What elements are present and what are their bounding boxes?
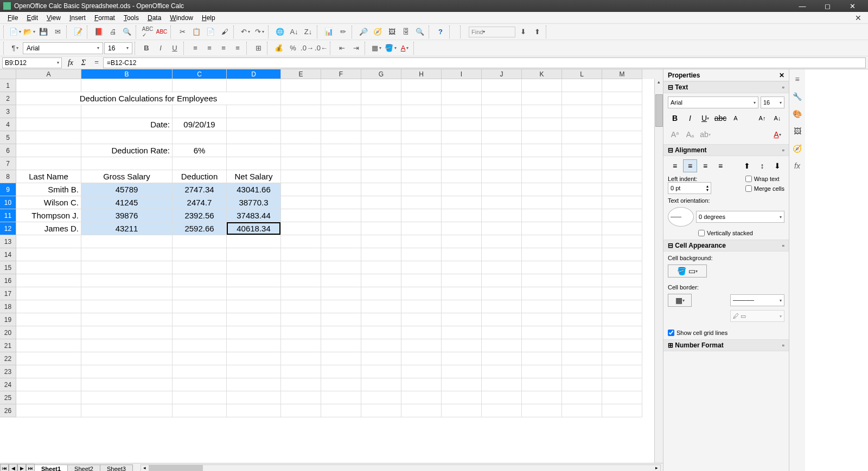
cell-L13[interactable] xyxy=(562,235,602,248)
cell-H19[interactable] xyxy=(401,313,442,326)
cell-E21[interactable] xyxy=(281,339,321,352)
row-header-19[interactable]: 19 xyxy=(0,313,16,326)
cell-G10[interactable] xyxy=(361,196,401,209)
cell-M26[interactable] xyxy=(602,404,642,417)
cell-L18[interactable] xyxy=(562,300,602,313)
row-header-4[interactable]: 4 xyxy=(0,118,16,131)
cell-G6[interactable] xyxy=(361,144,401,157)
cell-H6[interactable] xyxy=(401,144,442,157)
sidebar-indent-spin[interactable]: 0 pt▴▾ xyxy=(668,182,711,194)
row-header-12[interactable]: 12 xyxy=(0,222,16,235)
cell-C1[interactable] xyxy=(173,79,227,92)
bold-button[interactable]: B xyxy=(140,42,153,55)
borders-button[interactable]: ▦ xyxy=(370,42,383,55)
cell-L17[interactable] xyxy=(562,287,602,300)
column-header-L[interactable]: L xyxy=(562,69,602,79)
cell-D9[interactable]: 43041.66 xyxy=(227,183,281,196)
cell-J20[interactable] xyxy=(482,326,522,339)
cell-G25[interactable] xyxy=(361,391,401,404)
cell-B5[interactable] xyxy=(81,131,173,144)
sidebar-valign-top-button[interactable]: ⬆ xyxy=(740,159,754,172)
cell-D23[interactable] xyxy=(227,365,281,378)
cell-E14[interactable] xyxy=(281,248,321,261)
cell-H13[interactable] xyxy=(401,235,442,248)
cell-bg-button[interactable]: 🪣 ▭ ▾ xyxy=(668,264,707,278)
formula-input[interactable]: =B12-C12 xyxy=(103,57,866,68)
row-header-23[interactable]: 23 xyxy=(0,365,16,378)
cell-G8[interactable] xyxy=(361,170,401,183)
cell-K25[interactable] xyxy=(522,391,562,404)
row-header-9[interactable]: 9 xyxy=(0,183,16,196)
cell-F24[interactable] xyxy=(321,378,361,391)
cell-I3[interactable] xyxy=(442,105,482,118)
cell-K4[interactable] xyxy=(522,118,562,131)
cell-L3[interactable] xyxy=(562,105,602,118)
column-header-B[interactable]: B xyxy=(81,69,173,79)
cell-I24[interactable] xyxy=(442,378,482,391)
cell-J16[interactable] xyxy=(482,274,522,287)
cell-M10[interactable] xyxy=(602,196,642,209)
cell-M18[interactable] xyxy=(602,300,642,313)
cell-C4[interactable]: 09/20/19 xyxy=(173,118,227,131)
cell-I4[interactable] xyxy=(442,118,482,131)
cell-H12[interactable] xyxy=(401,222,442,235)
cell-H7[interactable] xyxy=(401,157,442,170)
cell-D25[interactable] xyxy=(227,391,281,404)
tab-prev-button[interactable]: ◀ xyxy=(9,464,17,472)
format-paintbrush-button[interactable]: 🖌 xyxy=(218,25,231,38)
vertical-stack-checkbox[interactable] xyxy=(698,230,705,236)
minimize-button[interactable]: — xyxy=(790,0,815,12)
align-justify-button[interactable]: ≡ xyxy=(231,42,244,55)
more-options-icon[interactable]: ▫ xyxy=(782,341,784,349)
cell-K1[interactable] xyxy=(522,79,562,92)
cell-A20[interactable] xyxy=(16,326,81,339)
cell-I13[interactable] xyxy=(442,235,482,248)
row-header-7[interactable]: 7 xyxy=(0,157,16,170)
cell-K9[interactable] xyxy=(522,183,562,196)
cell-K15[interactable] xyxy=(522,261,562,274)
cell-M25[interactable] xyxy=(602,391,642,404)
cell-B18[interactable] xyxy=(81,300,173,313)
more-options-icon[interactable]: ▫ xyxy=(782,83,784,91)
cell-A21[interactable] xyxy=(16,339,81,352)
sidebar-align-justify-button[interactable]: ≡ xyxy=(713,159,727,172)
cell-H11[interactable] xyxy=(401,209,442,222)
sidebar-align-center-button[interactable]: ≡ xyxy=(683,159,697,172)
cell-A22[interactable] xyxy=(16,352,81,365)
find-replace-button[interactable]: 🔎 xyxy=(357,25,370,38)
chart-button[interactable]: 📊 xyxy=(322,25,335,38)
cell-H1[interactable] xyxy=(401,79,442,92)
cell-D4[interactable] xyxy=(227,118,281,131)
cell-A24[interactable] xyxy=(16,378,81,391)
cell-F6[interactable] xyxy=(321,144,361,157)
bgcolor-button[interactable]: 🪣 xyxy=(384,42,397,55)
cell-B6[interactable]: Deduction Rate: xyxy=(81,144,173,157)
function-wizard-button[interactable]: fx xyxy=(64,57,77,68)
cell-C22[interactable] xyxy=(173,352,227,365)
open-button[interactable]: 📂 xyxy=(23,25,36,38)
cell-E19[interactable] xyxy=(281,313,321,326)
cell-L23[interactable] xyxy=(562,365,602,378)
percent-button[interactable]: % xyxy=(286,42,299,55)
cell-E4[interactable] xyxy=(281,118,321,131)
menu-file[interactable]: File xyxy=(3,13,22,23)
help-button[interactable]: ? xyxy=(434,25,447,38)
cell-L1[interactable] xyxy=(562,79,602,92)
cell-A23[interactable] xyxy=(16,365,81,378)
row-header-5[interactable]: 5 xyxy=(0,131,16,144)
cell-J12[interactable] xyxy=(482,222,522,235)
wrap-text-checkbox[interactable] xyxy=(745,176,752,182)
close-document-button[interactable]: ✕ xyxy=(852,14,865,22)
cell-F10[interactable] xyxy=(321,196,361,209)
cell-C24[interactable] xyxy=(173,378,227,391)
find-prev-button[interactable]: ⬆ xyxy=(531,25,544,38)
find-toolbar-input[interactable]: Find▾ xyxy=(469,27,515,37)
cell-B22[interactable] xyxy=(81,352,173,365)
cell-F3[interactable] xyxy=(321,105,361,118)
maximize-button[interactable]: ◻ xyxy=(815,0,840,12)
cell-G22[interactable] xyxy=(361,352,401,365)
sidetab-navigator[interactable]: 🧭 xyxy=(791,142,804,155)
cell-M20[interactable] xyxy=(602,326,642,339)
cell-G26[interactable] xyxy=(361,404,401,417)
cell-H18[interactable] xyxy=(401,300,442,313)
